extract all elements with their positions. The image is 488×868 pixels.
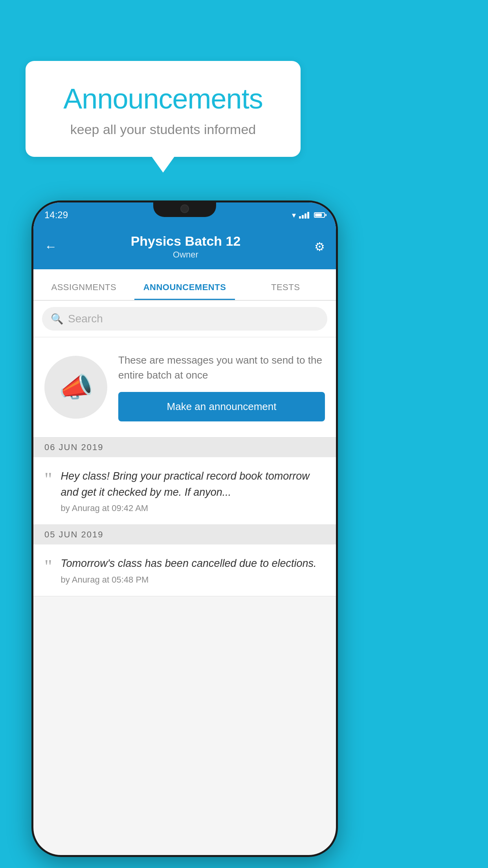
megaphone-icon: 📣 — [59, 371, 93, 403]
search-bar-container: 🔍 Search — [33, 301, 336, 337]
signal-bar-4 — [307, 212, 309, 219]
signal-bar-3 — [305, 213, 306, 219]
announcement-meta-0: by Anurag at 09:42 AM — [61, 503, 325, 513]
date-separator-jun5: 05 JUN 2019 — [33, 525, 336, 544]
announcement-item-content-0: Hey class! Bring your practical record b… — [61, 468, 325, 513]
header-center: Physics Batch 12 Owner — [131, 234, 241, 260]
phone-camera — [180, 204, 189, 213]
announcement-meta-1: by Anurag at 05:48 PM — [61, 575, 325, 585]
announcement-item-content-1: Tomorrow's class has been cancelled due … — [61, 555, 325, 585]
tab-assignments[interactable]: ASSIGNMENTS — [33, 282, 134, 300]
tab-bar: ASSIGNMENTS ANNOUNCEMENTS TESTS — [33, 269, 336, 301]
settings-icon[interactable]: ⚙ — [314, 240, 325, 254]
header-subtitle: Owner — [131, 250, 241, 260]
signal-bars-icon — [299, 211, 309, 219]
announcement-item-0: " Hey class! Bring your practical record… — [33, 457, 336, 525]
speech-bubble-card: Announcements keep all your students inf… — [26, 61, 301, 157]
phone-screen: 14:29 ▾ ← Physics Batch 12 Owner — [33, 202, 336, 855]
announcement-prompt-text: These are messages you want to send to t… — [118, 353, 325, 383]
back-button[interactable]: ← — [44, 239, 57, 254]
search-input[interactable]: Search — [68, 313, 103, 325]
announcement-item-1: " Tomorrow's class has been cancelled du… — [33, 544, 336, 596]
speech-bubble-subtitle: keep all your students informed — [49, 122, 277, 137]
signal-bar-1 — [299, 216, 301, 219]
search-bar[interactable]: 🔍 Search — [42, 307, 327, 331]
announcement-prompt-card: 📣 These are messages you want to send to… — [33, 337, 336, 438]
announcement-message-1: Tomorrow's class has been cancelled due … — [61, 555, 325, 572]
search-icon: 🔍 — [51, 313, 63, 325]
tab-tests[interactable]: TESTS — [235, 282, 336, 300]
megaphone-icon-circle: 📣 — [44, 356, 107, 419]
quote-icon-1: " — [44, 557, 52, 585]
speech-bubble-title: Announcements — [49, 83, 277, 115]
signal-bar-2 — [302, 215, 304, 219]
content-area: 🔍 Search 📣 These are messages you want t… — [33, 301, 336, 596]
wifi-icon: ▾ — [292, 210, 296, 220]
date-separator-jun6: 06 JUN 2019 — [33, 438, 336, 457]
app-header: ← Physics Batch 12 Owner ⚙ — [33, 224, 336, 269]
status-icons: ▾ — [292, 210, 325, 220]
quote-icon-0: " — [44, 470, 52, 513]
battery-fill — [315, 213, 322, 217]
status-time: 14:29 — [44, 210, 68, 221]
announcement-card-content: These are messages you want to send to t… — [118, 353, 325, 421]
tab-announcements[interactable]: ANNOUNCEMENTS — [134, 282, 235, 300]
phone-frame: 14:29 ▾ ← Physics Batch 12 Owner — [31, 200, 338, 857]
battery-icon — [314, 212, 325, 218]
phone-notch — [153, 200, 216, 217]
announcement-message-0: Hey class! Bring your practical record b… — [61, 468, 325, 500]
make-announcement-button[interactable]: Make an announcement — [118, 392, 325, 421]
header-title: Physics Batch 12 — [131, 234, 241, 249]
